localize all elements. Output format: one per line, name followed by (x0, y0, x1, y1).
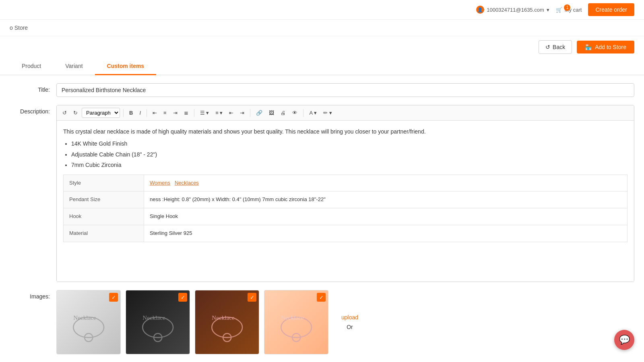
store-icon: 🏪 (585, 44, 592, 50)
separator-4 (250, 109, 250, 117)
title-input[interactable] (56, 83, 634, 97)
spec-value-pendant: ness :Height: 0.8" (20mm) x Width: 0.4" … (144, 191, 627, 208)
font-color-button[interactable]: A ▾ (307, 108, 319, 117)
style-womens-link[interactable]: Womens (150, 180, 170, 186)
create-order-button[interactable]: Create order (588, 3, 634, 16)
description-editor: ↺ ↻ Paragraph Heading 1 Heading 2 Headin… (56, 105, 634, 282)
image-thumb-1[interactable]: Necklace ✓ (56, 290, 121, 354)
necklace-svg-1: Necklace (63, 297, 114, 348)
redo-button[interactable]: ↻ (71, 108, 80, 117)
user-icon: 👤 (476, 6, 484, 14)
cart-badge: 1 (564, 4, 570, 11)
spec-label-style: Style (64, 175, 144, 191)
link-button[interactable]: 🔗 (254, 108, 265, 117)
svg-text:Necklace: Necklace (281, 314, 304, 321)
bullet-2: Adjustable Cable Chain (18" - 22") (71, 150, 627, 159)
spec-row-pendant: Pendant Size ness :Height: 0.8" (20mm) x… (64, 191, 627, 208)
bullet-1: 14K White Gold Finish (71, 139, 627, 148)
justify-button[interactable]: ≣ (182, 108, 191, 117)
add-to-store-label: Add to Store (595, 44, 626, 50)
add-to-store-button[interactable]: 🏪 Add to Store (577, 41, 634, 53)
content: Title: Description: ↺ ↻ Paragraph Headin… (0, 75, 644, 362)
description-paragraph: This crystal clear necklace is made of h… (63, 127, 627, 136)
editor-body[interactable]: This crystal clear necklace is made of h… (57, 121, 634, 282)
style-necklaces-link[interactable]: Necklaces (175, 180, 199, 186)
user-email: 1000324711@1635.com (487, 7, 544, 13)
chat-icon: 💬 (619, 335, 630, 345)
image-thumb-2[interactable]: Necklace ✓ (126, 290, 190, 354)
tab-custom-items[interactable]: Custom items (95, 58, 157, 75)
image-check-2[interactable]: ✓ (178, 293, 187, 302)
spec-value-hook: Single Hook (144, 208, 627, 225)
highlight-button[interactable]: ✏ ▾ (321, 108, 334, 117)
tabs: Product Variant Custom items (0, 58, 644, 75)
svg-text:Necklace: Necklace (212, 314, 235, 321)
image-check-4[interactable]: ✓ (317, 293, 326, 302)
back-icon: ↺ (545, 44, 550, 50)
separator-1 (123, 109, 124, 117)
necklace-svg-3: Necklace (202, 297, 252, 348)
print-button[interactable]: 🖨 (278, 108, 288, 117)
spec-row-material: Material Sterling Silver 925 (64, 225, 627, 242)
spec-row-hook: Hook Single Hook (64, 208, 627, 225)
breadcrumb: o Store (0, 20, 644, 36)
image-thumb-4[interactable]: Necklace ✓ (264, 290, 328, 354)
images-container: Necklace ✓ Necklace ✓ Necklace ✓ (56, 290, 366, 354)
bullet-3: 7mm Cubic Zirconia (71, 160, 627, 169)
description-row: Description: ↺ ↻ Paragraph Heading 1 Hea… (10, 105, 634, 282)
italic-button[interactable]: I (137, 108, 143, 117)
separator-3 (194, 109, 194, 117)
spec-value-style: Womens Necklaces (144, 175, 627, 191)
necklace-svg-4: Necklace (271, 297, 322, 348)
pendant-size-text: ness :Height: 0.8" (20mm) x Width: 0.4" … (150, 196, 326, 202)
align-center-button[interactable]: ≡ (161, 108, 169, 117)
necklace-svg-2: Necklace (132, 297, 183, 348)
image-thumb-3[interactable]: Necklace ✓ (195, 290, 259, 354)
tab-product[interactable]: Product (10, 58, 53, 75)
editor-toolbar: ↺ ↻ Paragraph Heading 1 Heading 2 Headin… (57, 105, 634, 121)
specs-table: Style Womens Necklaces Pendant Size ness… (63, 175, 627, 242)
breadcrumb-text: o Store (10, 25, 28, 31)
indent-increase-button[interactable]: ⇥ (237, 108, 247, 117)
action-bar: ↺ Back 🏪 Add to Store (0, 36, 644, 58)
image-button[interactable]: 🖼 (266, 108, 277, 117)
ordered-list-button[interactable]: ≡ ▾ (213, 108, 225, 117)
upload-area: upload Or (333, 290, 366, 354)
back-label: Back (553, 44, 565, 50)
separator-2 (147, 109, 147, 117)
images-row: Images: Necklace ✓ Necklace ✓ (10, 290, 634, 354)
separator-5 (303, 109, 303, 117)
description-bullets: 14K White Gold Finish Adjustable Cable C… (63, 139, 627, 169)
description-label: Description: (10, 105, 50, 115)
title-label: Title: (10, 83, 50, 93)
upload-or-text: Or (347, 324, 353, 330)
align-right-button[interactable]: ⇥ (171, 108, 180, 117)
spec-label-material: Material (64, 225, 144, 242)
title-row: Title: (10, 83, 634, 97)
spec-row-style: Style Womens Necklaces (64, 175, 627, 191)
image-check-3[interactable]: ✓ (248, 293, 256, 302)
back-button[interactable]: ↺ Back (539, 40, 572, 54)
cart-icon: 🛒 (556, 7, 562, 13)
undo-button[interactable]: ↺ (60, 108, 69, 117)
indent-decrease-button[interactable]: ⇤ (227, 108, 236, 117)
spec-label-hook: Hook (64, 208, 144, 225)
bold-button[interactable]: B (127, 108, 135, 117)
cart-button[interactable]: 🛒 1 My cart (556, 7, 582, 13)
user-dropdown-icon: ▾ (547, 7, 549, 13)
image-check-1[interactable]: ✓ (109, 293, 118, 302)
spec-label-pendant: Pendant Size (64, 191, 144, 208)
header: 👤 1000324711@1635.com ▾ 🛒 1 My cart Crea… (0, 0, 644, 20)
svg-text:Necklace: Necklace (73, 314, 96, 321)
images-label: Images: (10, 290, 50, 300)
upload-link[interactable]: upload (341, 314, 358, 321)
chat-button[interactable]: 💬 (614, 330, 634, 350)
tab-variant[interactable]: Variant (53, 58, 95, 75)
user-info[interactable]: 👤 1000324711@1635.com ▾ (476, 6, 549, 14)
svg-text:Necklace: Necklace (142, 314, 165, 321)
preview-button[interactable]: 👁 (290, 108, 300, 117)
align-left-button[interactable]: ⇤ (150, 108, 159, 117)
bullet-list-button[interactable]: ☰ ▾ (198, 108, 212, 117)
format-select[interactable]: Paragraph Heading 1 Heading 2 Heading 3 (82, 108, 120, 118)
spec-value-material: Sterling Silver 925 (144, 225, 627, 242)
